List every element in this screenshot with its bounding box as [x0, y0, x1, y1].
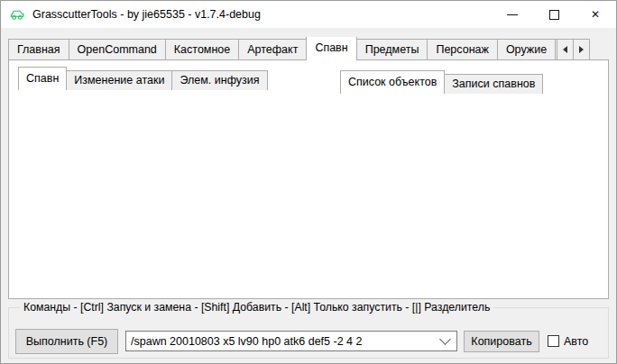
maximize-icon — [549, 10, 559, 20]
spavn-tab-page — [8, 59, 609, 299]
tab-spavn-inner[interactable]: Спавн — [18, 67, 67, 90]
command-combobox[interactable] — [125, 331, 457, 351]
auto-checkbox-label: Авто — [564, 334, 588, 349]
app-logo-icon — [9, 7, 25, 22]
window-title: GrasscutterTools - by jie65535 - v1.7.4-… — [32, 8, 261, 21]
tab-artefakt[interactable]: Артефакт — [238, 39, 307, 60]
tab-scroll-right-button[interactable] — [573, 39, 590, 60]
right-tab-strip: Список объектов Записи спавнов — [340, 71, 542, 94]
arrow-right-icon — [579, 46, 584, 53]
chevron-down-icon — [439, 333, 451, 345]
maximize-button[interactable] — [533, 1, 575, 28]
tab-personazh[interactable]: Персонаж — [427, 39, 497, 60]
close-icon: ✕ — [591, 8, 600, 21]
minimize-icon: — — [507, 8, 518, 21]
tab-glavnaya[interactable]: Главная — [8, 39, 69, 60]
tab-spavn[interactable]: Спавн — [306, 37, 356, 60]
tab-spisok-obektov[interactable]: Список объектов — [340, 70, 445, 94]
minimize-button[interactable]: — — [492, 1, 533, 28]
tab-opencommand[interactable]: OpenCommand — [69, 39, 166, 60]
close-button[interactable]: ✕ — [575, 1, 616, 28]
tab-zapisi-spavnov[interactable]: Записи спавнов — [444, 74, 543, 94]
run-button-label: Выполнить (F5) — [26, 335, 108, 348]
tab-scroll-left-button[interactable] — [557, 39, 574, 60]
copy-button[interactable]: Копировать — [464, 331, 539, 352]
left-tab-strip: Спавн Изменение атаки Элем. инфузия — [18, 68, 267, 90]
tab-predmety[interactable]: Предметы — [356, 39, 428, 60]
commands-group-title: Команды - [Ctrl] Запуск и замена - [Shif… — [20, 301, 493, 314]
title-bar: GrasscutterTools - by jie65535 - v1.7.4-… — [1, 1, 616, 28]
copy-button-label: Копировать — [471, 335, 531, 348]
tab-oruzhie[interactable]: Оружие — [497, 39, 556, 60]
main-tab-strip: Главная OpenCommand Кастомное Артефакт С… — [8, 37, 557, 60]
app-window: GrasscutterTools - by jie65535 - v1.7.4-… — [0, 0, 617, 364]
auto-checkbox[interactable] — [548, 335, 559, 347]
run-button[interactable]: Выполнить (F5) — [15, 329, 118, 354]
tab-elem-infuziya[interactable]: Элем. инфузия — [171, 70, 267, 90]
arrow-left-icon — [563, 46, 567, 53]
tab-izmenenie-ataki[interactable]: Изменение атаки — [66, 70, 172, 90]
command-input[interactable] — [126, 335, 441, 348]
tab-kastomnoe[interactable]: Кастомное — [165, 39, 239, 60]
